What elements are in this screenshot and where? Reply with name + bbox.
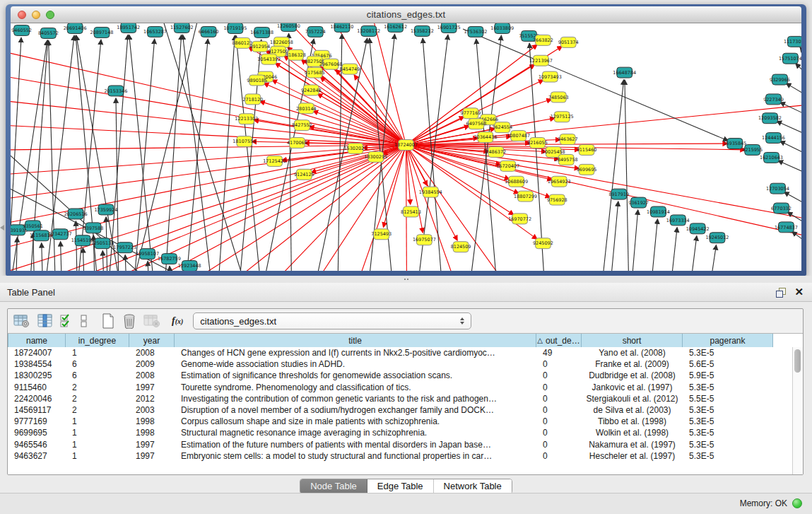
scrollbar-thumb[interactable]: [794, 349, 801, 373]
graph-node-yellow[interactable]: 9463627: [558, 134, 578, 145]
graph-node-teal[interactable]: 16973334: [666, 215, 690, 226]
table-row[interactable]: 1830029562008Estimation of significance …: [8, 370, 793, 381]
graph-node-yellow[interactable]: 8186328: [286, 49, 306, 60]
graph-node-yellow[interactable]: 8124509: [451, 242, 471, 252]
graph-node-teal[interactable]: 8405572: [38, 28, 59, 38]
graph-node-yellow[interactable]: 9115460: [577, 145, 597, 156]
table-row[interactable]: 946554611997Estimation of the future num…: [8, 439, 793, 450]
network-window[interactable]: citations_edges.txt 94605528405572206914…: [6, 4, 806, 276]
table-row[interactable]: 1872400712008Changes of HCN gene express…: [8, 347, 793, 358]
graph-node-teal[interactable]: 19245012: [706, 233, 729, 243]
graph-node-teal[interactable]: 16901725: [437, 23, 461, 33]
column-select-icon[interactable]: [37, 313, 53, 329]
graph-node-teal[interactable]: 16648784: [613, 67, 636, 78]
graph-node-teal[interactable]: 6466160: [199, 26, 219, 37]
graph-node-teal[interactable]: 18951742: [117, 23, 140, 33]
graph-node-yellow[interactable]: 9756928: [547, 194, 567, 205]
column-header-in-degree[interactable]: in_degree: [66, 334, 129, 347]
table-row[interactable]: 977716911998Corpus callosum shape and si…: [8, 416, 793, 427]
graph-node-yellow[interactable]: 8454749: [340, 64, 360, 74]
table-row[interactable]: 2242004622012Investigating the contribut…: [8, 393, 793, 404]
close-panel-icon[interactable]: ✕: [794, 287, 804, 297]
graph-node-teal[interactable]: 7357224: [305, 26, 326, 37]
splitter-grip[interactable]: [404, 278, 409, 281]
panel-collapse-arrow-icon[interactable]: [0, 225, 4, 230]
new-table-icon[interactable]: [101, 313, 115, 329]
graph-node-teal[interactable]: 16033809: [490, 23, 514, 33]
function-builder-icon[interactable]: f(x): [172, 315, 183, 327]
graph-node-teal[interactable]: 9397588: [83, 223, 104, 233]
network-canvas[interactable]: 9460552840557220691406208971481895174210…: [11, 23, 801, 271]
column-header-year[interactable]: year: [129, 334, 175, 347]
graph-node-teal[interactable]: 12923448: [178, 261, 201, 271]
table-row[interactable]: 911546021997Tourette syndrome. Phenomeno…: [8, 382, 793, 393]
graph-node-yellow[interactable]: 17125420: [263, 156, 286, 166]
column-header-pagerank[interactable]: pagerank: [683, 334, 773, 347]
graph-node-yellow[interactable]: 12975125: [551, 112, 574, 122]
graph-node-teal[interactable]: 20691406: [64, 23, 87, 33]
table-row[interactable]: 946362711997Embryonic stem cells: a mode…: [8, 450, 793, 462]
tab-network-table[interactable]: Network Table: [434, 479, 512, 493]
graph-node-teal[interactable]: 20897148: [90, 27, 114, 37]
select-all-check-icon[interactable]: [60, 313, 73, 329]
table-settings-icon[interactable]: [13, 313, 30, 329]
graph-node-teal[interactable]: 8917919: [608, 189, 629, 199]
graph-node-teal[interactable]: 13208172: [357, 25, 380, 36]
graph-node-teal[interactable]: 8215955: [742, 145, 763, 156]
graph-node-yellow[interactable]: 7125493: [371, 229, 392, 240]
graph-node-yellow[interactable]: 9175685: [305, 67, 325, 78]
graph-node-yellow[interactable]: 12213967: [529, 55, 553, 66]
column-header-out-degree[interactable]: △ out_de…: [536, 334, 582, 347]
graph-node-yellow[interactable]: 9890185: [247, 75, 267, 86]
graph-node-teal[interactable]: 17536302: [464, 26, 488, 37]
column-header-name[interactable]: name: [8, 334, 66, 347]
tab-edge-table[interactable]: Edge Table: [367, 479, 434, 493]
float-window-icon[interactable]: [776, 288, 786, 297]
graph-node-teal[interactable]: 15751074: [779, 53, 801, 64]
graph-node-yellow[interactable]: 8216055: [527, 138, 548, 148]
column-header-title[interactable]: title: [175, 334, 536, 347]
table-selector-dropdown[interactable]: citations_edges.txt: [193, 313, 471, 329]
graph-node-teal[interactable]: 9460552: [11, 25, 32, 35]
graph-node-yellow[interactable]: 9242848: [301, 85, 322, 95]
graph-node-yellow[interactable]: 20364436: [473, 132, 497, 143]
graph-node-teal[interactable]: 10719195: [223, 23, 247, 33]
graph-node-yellow[interactable]: 2803144: [296, 103, 317, 114]
graph-node-teal[interactable]: 15358212: [411, 25, 434, 36]
graph-node-yellow[interactable]: 16970772: [508, 214, 531, 224]
network-window-titlebar[interactable]: citations_edges.txt: [11, 6, 801, 23]
graph-node-teal[interactable]: 11527602: [170, 23, 194, 33]
graph-node-teal[interactable]: 10945422: [686, 223, 710, 234]
tab-node-table[interactable]: Node Table: [300, 479, 367, 493]
graph-node-teal[interactable]: 6770332: [771, 203, 792, 214]
graph-node-teal[interactable]: 11173054: [784, 36, 801, 47]
graph-node-yellow[interactable]: 19384554: [419, 187, 442, 197]
graph-node-yellow[interactable]: 10688609: [505, 176, 528, 187]
memory-ok-indicator[interactable]: [792, 498, 802, 508]
column-header-short[interactable]: short: [582, 334, 683, 347]
horizontal-splitter[interactable]: [0, 276, 812, 283]
graph-node-teal[interactable]: 18462110: [331, 23, 354, 32]
graph-node-yellow[interactable]: 7485063: [548, 92, 569, 103]
graph-node-teal[interactable]: 12703054: [766, 183, 789, 194]
table-row[interactable]: 1938455462009Genome-wide association stu…: [8, 358, 793, 370]
graph-node-teal[interactable]: 9329966: [770, 74, 790, 85]
graph-node-yellow[interactable]: 7663822: [533, 35, 553, 45]
graph-node-teal[interactable]: 16671388: [250, 27, 273, 37]
graph-node-yellow[interactable]: 2718120: [242, 94, 263, 105]
graph-node-teal[interactable]: 10981914: [647, 206, 670, 217]
graph-node-yellow[interactable]: 4170065: [287, 138, 307, 148]
graph-node-yellow[interactable]: 8912954: [249, 41, 270, 52]
table-row[interactable]: 1456911722003Disruption of a novel membe…: [8, 404, 793, 416]
delete-trash-icon[interactable]: [122, 313, 136, 329]
graph-node-teal[interactable]: 9361927: [628, 197, 649, 208]
graph-node-teal[interactable]: 9227349: [763, 94, 784, 105]
graph-node-teal[interactable]: 9350561: [23, 221, 43, 231]
graph-node-yellow[interactable]: 9245092: [533, 238, 553, 249]
graph-node-yellow[interactable]: 9699695: [577, 164, 597, 175]
graph-node-yellow[interactable]: 3624554: [492, 122, 512, 133]
graph-node-yellow[interactable]: 9051374: [558, 37, 579, 47]
graph-node-yellow[interactable]: 9124125: [294, 169, 314, 180]
table-vertical-scrollbar[interactable]: [792, 347, 803, 474]
table-row[interactable]: 969969511998Structural magnetic resonanc…: [8, 427, 793, 438]
